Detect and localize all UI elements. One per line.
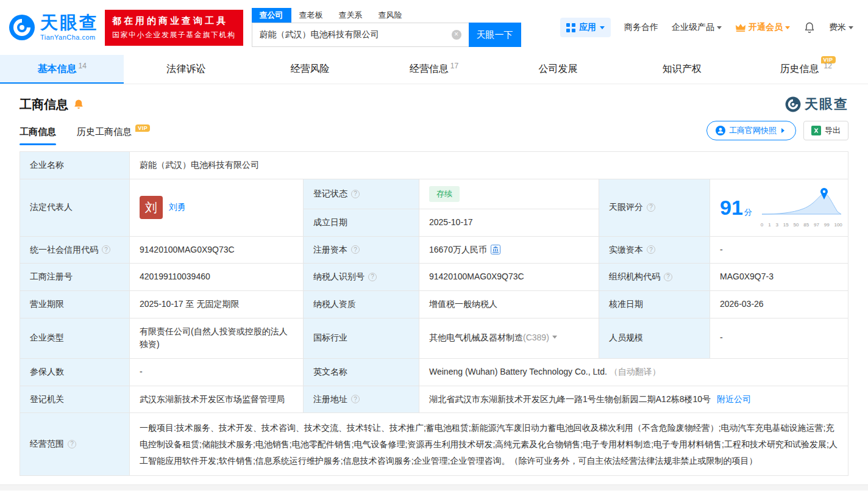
user-menu[interactable]: 费米: [829, 22, 853, 33]
score-axis-ticks: 01 315 5085 9799 100: [761, 221, 842, 229]
score-number: 91分: [720, 197, 752, 218]
label-company-name: 企业名称: [20, 152, 130, 179]
apps-menu-button[interactable]: 应用: [560, 18, 611, 37]
label-reg-capital: 注册资本: [304, 236, 419, 264]
enterprise-products-menu[interactable]: 企业级产品: [672, 22, 722, 33]
subscribe-bell-icon[interactable]: [73, 99, 84, 110]
help-icon[interactable]: [368, 273, 377, 281]
tab-intellectual-property[interactable]: 知识产权: [620, 55, 744, 84]
value-business-term: 2025-10-17 至 无固定期限: [130, 290, 304, 318]
legal-rep-avatar[interactable]: 刘: [140, 196, 163, 219]
table-row: 经营范围 一般项目:技术服务、技术开发、技术咨询、技术交流、技术转让、技术推广;…: [20, 413, 848, 476]
business-cooperation-link[interactable]: 商务合作: [624, 22, 658, 33]
chevron-down-icon: [717, 26, 722, 32]
subtab-history-business-info[interactable]: 历史工商信息 VIP: [77, 126, 150, 145]
tianyancha-logo[interactable]: 天眼查 TianYanCha.com: [9, 14, 99, 41]
search-tab-boss[interactable]: 查老板: [291, 8, 331, 23]
logo-text: 天眼查 TianYanCha.com: [40, 14, 99, 41]
value-company-name: 蔚能（武汉）电池科技有限公司: [130, 152, 848, 179]
search-tab-company[interactable]: 查公司: [252, 8, 291, 23]
tab-company-development[interactable]: 公司发展: [496, 55, 620, 84]
vip-upgrade-menu[interactable]: 开通会员: [735, 22, 790, 33]
label-business-term: 营业期限: [20, 290, 130, 318]
tab-label: 法律诉讼: [166, 63, 205, 76]
top-header: 天眼查 TianYanCha.com 都在用的商业查询工具 国家中小企业发展子基…: [0, 0, 868, 55]
help-icon[interactable]: [647, 245, 655, 254]
chevron-down-icon: [600, 26, 605, 32]
tianyancha-logo-icon: [9, 14, 35, 41]
grid-icon: [566, 23, 575, 32]
search-tab-risk[interactable]: 查风险: [371, 8, 410, 23]
label-reg-authority: 登记机关: [20, 386, 130, 413]
tab-label: 经营信息: [410, 63, 449, 76]
tab-label: 经营风险: [291, 63, 330, 76]
chevron-down-icon: [848, 26, 853, 32]
help-icon[interactable]: [351, 245, 360, 254]
help-icon[interactable]: [102, 245, 110, 254]
value-staff-size: -: [710, 318, 848, 358]
value-company-type: 有限责任公司(自然人投资或控股的法人独资): [130, 318, 304, 358]
company-section-tabs: 基本信息 14 法律诉讼 经营风险 经营信息 17 公司发展 知识产权 历史信息…: [0, 55, 868, 84]
search-button[interactable]: 天眼一下: [469, 23, 521, 47]
tab-legal-proceedings[interactable]: 法律诉讼: [124, 55, 247, 84]
search-tab-relation[interactable]: 查关系: [331, 8, 371, 23]
value-reg-number: 420199110039460: [130, 264, 304, 291]
auto-translate-note: （自动翻译）: [610, 367, 661, 376]
help-icon[interactable]: [68, 440, 76, 448]
value-english-name: Weineng (Wuhan) Battery Technology Co., …: [419, 358, 848, 386]
slogan-line1: 都在用的商业查询工具: [112, 15, 236, 27]
chevron-down-icon[interactable]: [552, 336, 557, 341]
table-row: 企业类型 有限责任公司(自然人投资或控股的法人独资) 国标行业 其他电气机械及器…: [20, 318, 848, 358]
help-icon[interactable]: [664, 273, 672, 281]
label-approved-date: 核准日期: [599, 290, 710, 318]
subtab-business-info[interactable]: 工商信息: [20, 126, 56, 145]
arrow-right-icon: [781, 128, 787, 133]
score-distribution-chart: 01 315 5085 9799 100: [761, 186, 842, 229]
tab-label: 公司发展: [538, 63, 577, 76]
search-tabs: 查公司 查老板 查关系 查风险: [252, 8, 521, 23]
tab-count: 17: [450, 62, 458, 70]
value-credit-code: 91420100MAG0X9Q73C: [130, 236, 304, 264]
value-taxpayer-quality: 增值税一般纳税人: [419, 290, 599, 318]
export-button[interactable]: 导出: [803, 121, 848, 140]
value-legal-rep: 刘 刘勇: [130, 179, 304, 236]
legal-rep-link[interactable]: 刘勇: [169, 201, 186, 214]
value-tianyan-score: 91分 01 315 5085 9799: [710, 179, 848, 236]
tab-operating-info[interactable]: 经营信息 17: [372, 55, 496, 84]
watermark-logo: 天眼查: [785, 95, 848, 113]
label-company-type: 企业类型: [20, 318, 130, 358]
industry-code: (C389): [523, 333, 549, 342]
clear-icon[interactable]: [452, 30, 461, 40]
label-reg-address: 注册地址: [304, 386, 419, 413]
nearby-companies-link[interactable]: 附近公司: [717, 394, 751, 404]
tab-label: 知识产权: [663, 63, 702, 76]
notification-bell-icon[interactable]: [803, 21, 816, 34]
table-row: 营业期限 2025-10-17 至 无固定期限 纳税人资质 增值税一般纳税人 核…: [20, 290, 848, 318]
label-taxpayer-quality: 纳税人资质: [304, 290, 419, 318]
value-org-code: MAG0X9Q7-3: [710, 264, 848, 291]
brand-name: 天眼查: [40, 14, 99, 32]
vip-upgrade-label: 开通会员: [749, 22, 783, 33]
tab-operating-risk[interactable]: 经营风险: [248, 55, 372, 84]
help-icon[interactable]: [351, 190, 360, 198]
value-establish-date: 2025-10-17: [419, 209, 599, 236]
value-paid-capital: -: [710, 236, 848, 264]
subtab-label: 历史工商信息: [77, 126, 132, 137]
crown-icon: [735, 23, 746, 32]
tab-history-info[interactable]: 历史信息 VIP 12: [744, 55, 868, 84]
capital-detail-icon[interactable]: [491, 245, 500, 254]
help-icon[interactable]: [351, 395, 360, 403]
table-row: 工商注册号 420199110039460 纳税人识别号 91420100MAG…: [20, 264, 848, 291]
table-row: 参保人数 - 英文名称 Weineng (Wuhan) Battery Tech…: [20, 358, 848, 386]
official-snapshot-button[interactable]: 工商官网快照: [706, 121, 796, 140]
label-establish-date: 成立日期: [304, 209, 419, 236]
label-insured-count: 参保人数: [20, 358, 130, 386]
tab-basic-info[interactable]: 基本信息 14: [0, 55, 124, 84]
label-english-name: 英文名称: [304, 358, 419, 386]
search-input[interactable]: [252, 23, 469, 47]
table-row: 统一社会信用代码 91420100MAG0X9Q73C 注册资本 16670万人…: [20, 236, 848, 264]
page-bottom-strip: [0, 484, 868, 491]
help-icon[interactable]: [647, 203, 655, 212]
snapshot-person-icon: [716, 126, 725, 135]
status-badge: 存续: [429, 186, 460, 202]
